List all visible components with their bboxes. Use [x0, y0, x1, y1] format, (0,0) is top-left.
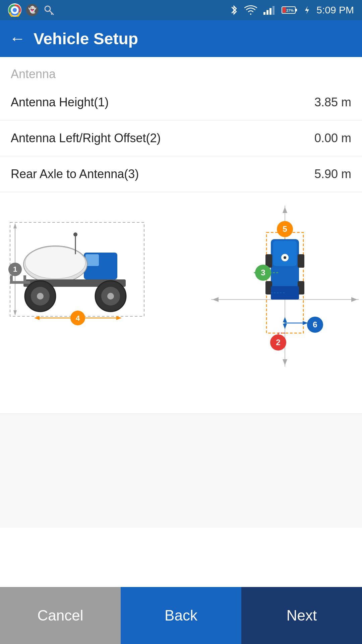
content-area: Antenna Antenna Height(1) 3.85 m Antenna… [0, 57, 362, 528]
field-antenna-offset[interactable]: Antenna Left/Right Offset(2) 0.00 m [0, 120, 362, 156]
svg-rect-36 [10, 275, 13, 284]
app-icon-2: 👻 [25, 3, 39, 17]
charging-icon [303, 5, 311, 15]
status-bar: 👻 27% [0, 0, 362, 20]
field-label-rear-axle: Rear Axle to Antenna(3) [11, 167, 139, 181]
svg-rect-10 [266, 10, 268, 15]
svg-point-55 [284, 256, 286, 259]
bottom-buttons: Cancel Back Next [0, 587, 362, 644]
svg-rect-53 [273, 241, 297, 266]
svg-marker-48 [283, 359, 287, 365]
svg-text:5: 5 [283, 224, 287, 233]
field-value-antenna-height: 3.85 m [314, 95, 351, 109]
svg-point-39 [73, 232, 77, 236]
svg-marker-20 [13, 223, 17, 228]
status-icons: 👻 [8, 3, 55, 17]
field-value-antenna-offset: 0.00 m [314, 131, 351, 145]
status-right: 27% 5:09 PM [229, 4, 354, 16]
diagram-area: 1 [0, 199, 362, 414]
svg-marker-49 [213, 297, 219, 302]
svg-point-27 [25, 247, 85, 279]
svg-point-31 [37, 293, 44, 300]
svg-rect-35 [10, 281, 30, 284]
bluetooth-icon [229, 4, 239, 16]
status-time: 5:09 PM [316, 4, 354, 16]
field-label-antenna-height: Antenna Height(1) [11, 95, 109, 109]
svg-text:👻: 👻 [28, 6, 37, 14]
back-button-bottom[interactable]: Back [121, 587, 241, 644]
svg-point-34 [107, 293, 114, 300]
svg-rect-11 [269, 8, 272, 15]
back-button[interactable]: ← [9, 31, 25, 47]
svg-text:3: 3 [261, 268, 265, 277]
svg-marker-50 [351, 297, 357, 302]
field-antenna-height[interactable]: Antenna Height(1) 3.85 m [0, 85, 362, 120]
svg-rect-57 [298, 254, 304, 268]
battery-icon: 27% [282, 5, 298, 15]
nav-bar: ← Vehicle Setup [0, 20, 362, 57]
svg-text:2: 2 [276, 338, 280, 347]
svg-rect-37 [23, 275, 26, 284]
section-antenna: Antenna [0, 57, 362, 85]
svg-marker-75 [283, 324, 287, 329]
cancel-button[interactable]: Cancel [0, 587, 121, 644]
svg-rect-15 [283, 7, 286, 13]
field-value-rear-axle: 5.90 m [314, 167, 351, 181]
page-title: Vehicle Setup [34, 30, 138, 48]
next-button[interactable]: Next [241, 587, 362, 644]
svg-marker-17 [305, 6, 309, 14]
svg-text:6: 6 [313, 320, 317, 329]
svg-text:27%: 27% [286, 8, 294, 12]
svg-text:1: 1 [13, 265, 17, 273]
svg-marker-74 [283, 317, 287, 322]
field-label-antenna-offset: Antenna Left/Right Offset(2) [11, 131, 161, 145]
field-rear-axle[interactable]: Rear Axle to Antenna(3) 5.90 m [0, 156, 362, 192]
svg-rect-9 [263, 12, 265, 15]
wifi-icon [244, 4, 257, 16]
side-view-diagram: 1 [3, 216, 151, 343]
svg-text:4: 4 [76, 314, 80, 322]
svg-rect-12 [273, 6, 275, 15]
key-icon [43, 4, 55, 16]
chrome-icon [8, 3, 21, 17]
top-view-diagram: 5 3 6 2 [211, 206, 359, 367]
svg-marker-21 [13, 310, 17, 316]
svg-marker-47 [283, 207, 287, 213]
note-area [0, 414, 362, 528]
signal-icon [263, 4, 276, 16]
svg-point-3 [13, 8, 17, 12]
svg-rect-25 [85, 254, 99, 266]
svg-rect-14 [295, 9, 297, 11]
